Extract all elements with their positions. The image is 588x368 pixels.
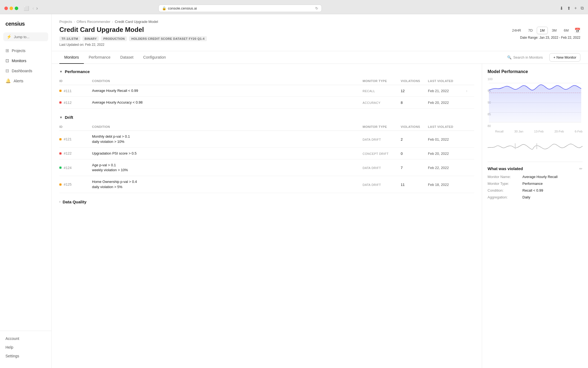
last-violated-date: Feb 01, 2022 <box>428 137 449 141</box>
status-indicator <box>59 138 62 140</box>
jump-to-button[interactable]: ⚡ Jump to... <box>3 32 48 41</box>
page-title: Credit Card Upgrade Model <box>59 26 207 34</box>
model-performance-title: Model Performance <box>488 69 583 74</box>
time-btn-6m[interactable]: 6M <box>561 27 572 34</box>
breadcrumb-projects[interactable]: Projects <box>59 20 72 24</box>
svg-rect-7 <box>537 143 537 149</box>
violations-count: 2 <box>401 137 403 141</box>
col-condition: CONDITION <box>92 123 363 131</box>
performance-table-header: ID CONDITION MONITOR TYPE VIOLATIONS LAS… <box>59 77 474 85</box>
col-id: ID <box>59 123 92 131</box>
minimize-button[interactable] <box>10 7 13 10</box>
sidebar: censius ⚡ Jump to... ⊞ Projects ⊡ Monito… <box>0 14 52 368</box>
svg-rect-6 <box>515 143 515 149</box>
close-button[interactable] <box>4 7 8 10</box>
time-btn-7d[interactable]: 7D <box>525 27 536 34</box>
tag-dataset: HOLDERS CREDIT SCORE DATASET FY20 Q1-4 <box>129 36 207 41</box>
row-arrow-icon: › <box>466 89 467 93</box>
performance-section-title: Performance <box>65 69 90 74</box>
sidebar-item-settings[interactable]: Settings <box>0 352 51 360</box>
mini-chart-container <box>488 135 583 161</box>
page-title-row: Projects › Offers Recommender › Credit C… <box>59 20 580 47</box>
table-row[interactable]: #111 Average Hourly Recall < 0.99 RECALL… <box>59 85 474 97</box>
page-title-section: Projects › Offers Recommender › Credit C… <box>59 20 207 47</box>
time-btn-24hr[interactable]: 24HR <box>509 27 524 34</box>
app: censius ⚡ Jump to... ⊞ Projects ⊡ Monito… <box>0 14 588 368</box>
time-btn-3m[interactable]: 3M <box>549 27 560 34</box>
forward-button[interactable]: › <box>36 5 38 11</box>
monitors-content: ▼ Performance ID CONDITION MONITOR TYPE <box>52 64 482 216</box>
tab-dataset[interactable]: Dataset <box>115 51 138 64</box>
data-quality-section-header[interactable]: › Data Quality <box>59 200 474 204</box>
detail-row-monitor-name: Monitor Name: Average Hourly Recall <box>488 175 583 179</box>
projects-icon: ⊞ <box>5 48 9 53</box>
new-tab-icon[interactable]: + <box>574 6 577 11</box>
data-quality-section: › Data Quality <box>59 200 474 204</box>
refresh-icon[interactable]: ↻ <box>315 6 318 10</box>
monitor-type: DATA DRIFT <box>363 166 381 170</box>
sidebar-item-monitors[interactable]: ⊡ Monitors <box>0 56 51 66</box>
drift-table: ID CONDITION MONITOR TYPE VIOLATIONS LAS… <box>59 123 474 193</box>
address-bar[interactable]: 🔒 console.censius.ai ↻ <box>158 5 322 12</box>
tabs-bar: Monitors Performance Dataset Configurati… <box>52 51 588 64</box>
col-violations: VIOLATIONS <box>401 123 428 131</box>
drift-table-header: ID CONDITION MONITOR TYPE VIOLATIONS LAS… <box>59 123 474 131</box>
breadcrumb-offers[interactable]: Offers Recommender <box>76 20 110 24</box>
col-id: ID <box>59 77 92 85</box>
table-row[interactable]: #122 Upgradation PSI score > 0.5 CONCEPT… <box>59 147 474 159</box>
monitors-icon: ⊡ <box>5 58 9 63</box>
table-row[interactable]: #125 Home Ownership p-val > 0.4daily vio… <box>59 176 474 193</box>
row-id-124: #124 <box>59 166 89 170</box>
back-button[interactable]: ‹ <box>32 5 34 11</box>
col-monitor-type: MONITOR TYPE <box>363 123 401 131</box>
what-violated-section: What was violated ✏ Monitor Name: Averag… <box>488 162 583 199</box>
monitor-type: RECALL <box>363 89 375 93</box>
performance-table: ID CONDITION MONITOR TYPE VIOLATIONS LAS… <box>59 77 474 108</box>
performance-section-header[interactable]: ▼ Performance <box>59 69 474 74</box>
page-header: Projects › Offers Recommender › Credit C… <box>52 14 588 51</box>
logo: censius <box>0 19 51 32</box>
maximize-button[interactable] <box>15 7 18 10</box>
breadcrumb-current: Credit Card Upgrade Model <box>115 20 158 24</box>
tabs: Monitors Performance Dataset Configurati… <box>59 51 504 64</box>
sidebar-toggle-icon[interactable]: ⬜ <box>24 6 29 11</box>
violations-count: 0 <box>401 152 403 156</box>
sidebar-bottom: Account Help Settings <box>0 331 51 364</box>
last-updated-value: Feb 22, 2022 <box>85 43 105 47</box>
table-row[interactable]: #112 Average Hourly Accuracy < 0.98 ACCU… <box>59 97 474 108</box>
status-indicator <box>59 90 62 92</box>
performance-section: ▼ Performance ID CONDITION MONITOR TYPE <box>59 69 474 108</box>
new-monitor-button[interactable]: + New Monitor <box>549 53 580 62</box>
share-icon[interactable]: ⬆ <box>567 6 571 11</box>
table-row[interactable]: #124 Age p-val > 0.1weekly violation > 1… <box>59 159 474 176</box>
time-btn-1m[interactable]: 1M <box>537 27 548 34</box>
sidebar-item-alerts[interactable]: 🔔 Alerts <box>0 76 51 86</box>
search-monitors-button[interactable]: 🔍 Search in Monitors <box>504 54 545 61</box>
tab-performance[interactable]: Performance <box>84 51 115 64</box>
last-updated: Last Updated on: Feb 22, 2022 <box>59 43 207 47</box>
drift-section-header[interactable]: ▼ Drift <box>59 115 474 120</box>
tab-monitors[interactable]: Monitors <box>59 51 84 64</box>
download-icon[interactable]: ⬇ <box>560 6 563 11</box>
main-nav: ⊞ Projects ⊡ Monitors ⊟ Dashboards 🔔 Ale… <box>0 46 51 86</box>
detail-label: Monitor Type: <box>488 182 520 186</box>
chart-x-labels: Recall 30 Jan 13-Feb 20-Feb 6-Feb <box>488 130 583 133</box>
violations-count: 11 <box>401 183 405 187</box>
browser-actions: ⬇ ⬆ + ⧉ <box>560 6 584 11</box>
sidebar-label-dashboards: Dashboards <box>12 69 32 73</box>
condition-text: Home Ownership p-val > 0.4daily violatio… <box>92 180 137 189</box>
what-violated-header: What was violated ✏ <box>488 166 583 171</box>
sidebar-item-projects[interactable]: ⊞ Projects <box>0 46 51 56</box>
tab-configuration[interactable]: Configuration <box>138 51 171 64</box>
tag-model-type: TF-1/LSTM <box>59 36 80 41</box>
last-violated-date: Feb 20, 2022 <box>428 152 449 156</box>
sidebar-item-dashboards[interactable]: ⊟ Dashboards <box>0 66 51 76</box>
sidebar-item-account[interactable]: Account <box>0 334 51 343</box>
edit-icon[interactable]: ✏ <box>579 167 583 171</box>
sidebar-item-help[interactable]: Help <box>0 343 51 352</box>
drift-section-title: Drift <box>65 115 73 120</box>
tabs-icon[interactable]: ⧉ <box>581 6 584 11</box>
left-panel: ▼ Performance ID CONDITION MONITOR TYPE <box>52 64 482 368</box>
table-row[interactable]: #121 Monthly debt p-val > 0.1daily viola… <box>59 131 474 147</box>
calendar-icon[interactable]: 📅 <box>574 28 580 34</box>
